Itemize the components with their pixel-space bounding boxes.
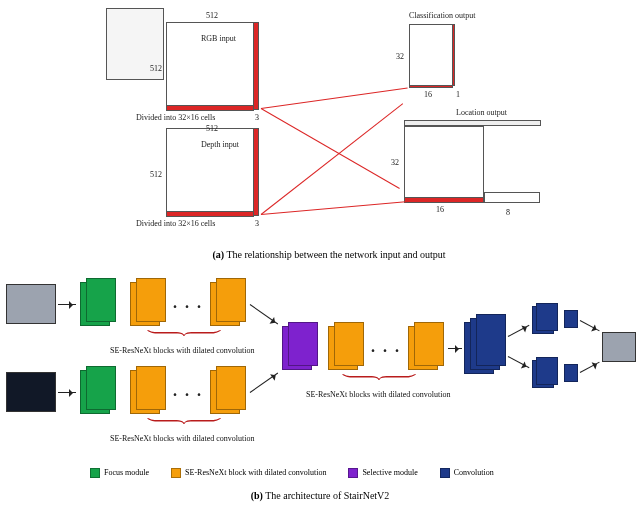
rgb-label: RGB input — [201, 34, 236, 43]
dots-bottom: . . . — [173, 382, 203, 400]
figure-b: . . . . . . ︸ SE-ResNeXt blocks with dil… — [0, 264, 640, 510]
depth-division: Divided into 32×16 cells — [136, 219, 215, 228]
classification-c: 1 — [456, 90, 460, 99]
depth-input-channels — [253, 128, 259, 216]
rgb-c: 3 — [255, 113, 259, 122]
classification-label: Classification output — [409, 11, 475, 20]
dots-trunk: . . . — [371, 338, 401, 356]
arrow-depth-in — [58, 392, 76, 393]
arrow-out-bottom — [580, 362, 600, 373]
conv-head-bottom-out — [564, 364, 578, 382]
caption-a-text: The relationship between the network inp… — [226, 249, 445, 260]
connector-depth-loc — [261, 201, 409, 215]
location-h: 32 — [391, 158, 399, 167]
output-thumbnail — [602, 332, 636, 362]
caption-b-prefix: (b) — [251, 490, 263, 501]
arrow-merge-top — [250, 304, 278, 324]
location-d: 8 — [506, 208, 510, 217]
arrow-rgb-in — [58, 304, 76, 305]
brace-top-label: SE-ResNeXt blocks with dilated convoluti… — [110, 346, 254, 355]
arrow-head-bottom — [508, 356, 530, 368]
brace-bottom-label: SE-ResNeXt blocks with dilated convoluti… — [110, 434, 254, 443]
rgb-w: 512 — [206, 11, 218, 20]
depth-h: 512 — [150, 170, 162, 179]
arrow-trunk-conv — [448, 348, 462, 349]
legend-focus: Focus module — [90, 468, 149, 478]
caption-b: (b) The architecture of StairNetV2 — [0, 490, 640, 501]
rgb-h: 512 — [150, 64, 162, 73]
location-w: 16 — [436, 205, 444, 214]
brace-trunk-label: SE-ResNeXt blocks with dilated convoluti… — [306, 390, 450, 399]
classification-output-tensor — [409, 24, 453, 86]
depth-c: 3 — [255, 219, 259, 228]
depth-thumbnail — [6, 372, 56, 412]
rgb-thumbnail — [6, 284, 56, 324]
legend-conv: Convolution — [440, 468, 494, 478]
location-output-base — [404, 197, 484, 203]
depth-label: Depth input — [201, 140, 239, 149]
legend: Focus module SE-ResNeXt block with dilat… — [90, 464, 590, 482]
caption-a: (a) The relationship between the network… — [106, 249, 552, 260]
classification-w: 16 — [424, 90, 432, 99]
classification-output-channels — [452, 24, 455, 86]
conv-head-top-out — [564, 310, 578, 328]
depth-input-base — [166, 211, 254, 217]
caption-a-prefix: (a) — [212, 249, 224, 260]
legend-selective: Selective module — [348, 468, 417, 478]
rgb-division: Divided into 32×16 cells — [136, 113, 215, 122]
figure-a: RGB input 512 512 3 Divided into 32×16 c… — [106, 8, 552, 262]
legend-se: SE-ResNeXt block with dilated convolutio… — [171, 468, 326, 478]
location-output-tensor — [404, 126, 484, 198]
location-label: Location output — [456, 108, 507, 117]
arrow-merge-bottom — [250, 373, 278, 393]
dots-top: . . . — [173, 294, 203, 312]
rgb-input-channels — [253, 22, 259, 110]
connector-rgb-cls — [261, 87, 408, 109]
rgb-input-base — [166, 105, 254, 111]
arrow-out-top — [580, 320, 600, 331]
arrow-head-top — [508, 325, 530, 337]
classification-output-base — [409, 85, 453, 88]
location-depth-cells — [484, 192, 540, 203]
classification-h: 32 — [396, 52, 404, 61]
caption-b-text: The architecture of StairNetV2 — [265, 490, 389, 501]
depth-w: 512 — [206, 124, 218, 133]
